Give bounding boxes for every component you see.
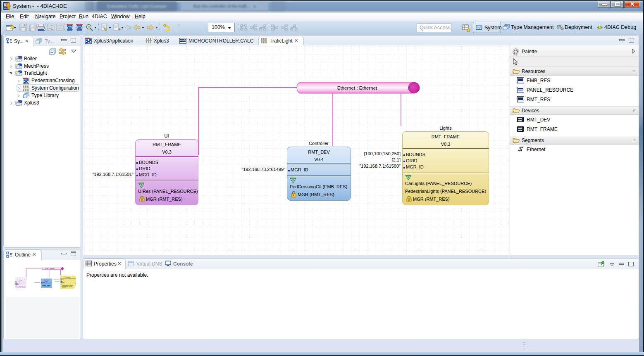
svg-text:Ethernet : Ethernet: Ethernet : Ethernet bbox=[337, 85, 377, 90]
